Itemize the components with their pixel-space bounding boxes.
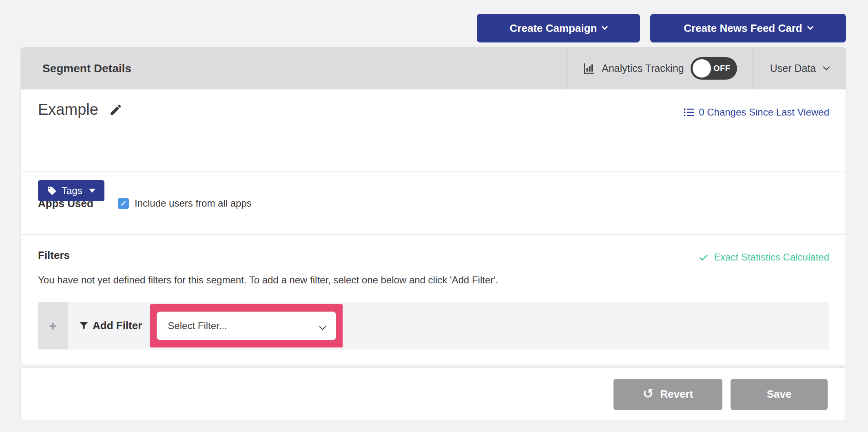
footer-action-bar: ↺ Revert Save	[20, 367, 846, 421]
header-spacer	[131, 47, 567, 89]
toggle-state-label: OFF	[711, 64, 733, 73]
toggle-knob	[693, 59, 711, 78]
user-data-label: User Data	[770, 62, 816, 74]
changes-link-label: 0 Changes Since Last Viewed	[699, 107, 829, 118]
select-filter-placeholder: Select Filter...	[168, 320, 227, 332]
tags-button-label: Tags	[62, 185, 82, 196]
apps-used-section: Apps Used ✓ Include users from all apps	[21, 172, 846, 235]
add-filter-plus-button[interactable]: +	[38, 302, 68, 350]
create-campaign-button[interactable]: Create Campaign	[477, 14, 640, 42]
tag-icon	[47, 186, 57, 196]
checkmark-icon: ✓	[120, 200, 127, 207]
revert-button-label: Revert	[660, 388, 693, 401]
filters-title: Filters	[38, 249, 70, 262]
segment-details-panel: Segment Details Analytics Tracking OFF U…	[20, 47, 846, 366]
select-filter-dropdown[interactable]: Select Filter...	[157, 312, 336, 340]
filter-funnel-icon	[79, 321, 89, 330]
segment-name: Example	[38, 101, 98, 118]
create-news-feed-card-button[interactable]: Create News Feed Card	[650, 14, 846, 42]
page-title: Segment Details	[42, 62, 131, 75]
segment-title-row: Example	[38, 101, 123, 118]
add-filter-row: + Add Filter Select Filter...	[38, 302, 829, 350]
exact-statistics-status: Exact Statistics Calculated	[698, 252, 829, 263]
tags-button[interactable]: Tags	[38, 180, 104, 201]
list-icon	[683, 107, 695, 118]
filters-helper-text: You have not yet defined filters for thi…	[38, 274, 498, 286]
save-button[interactable]: Save	[731, 379, 828, 410]
analytics-tracking-label: Analytics Tracking	[602, 62, 684, 74]
user-data-menu[interactable]: User Data	[753, 47, 846, 89]
analytics-tracking-toggle[interactable]: OFF	[691, 57, 737, 80]
create-campaign-label: Create Campaign	[510, 22, 597, 35]
include-all-apps-checkbox[interactable]: ✓	[118, 198, 129, 209]
edit-pencil-icon[interactable]	[109, 103, 123, 117]
changes-since-last-viewed-link[interactable]: 0 Changes Since Last Viewed	[683, 107, 829, 118]
add-filter-label: Add Filter	[93, 319, 142, 332]
caret-down-icon	[89, 189, 95, 193]
filters-section: Filters Exact Statistics Calculated You …	[21, 235, 846, 366]
plus-icon: +	[49, 319, 57, 332]
exact-statistics-label: Exact Statistics Calculated	[714, 252, 829, 263]
add-filter-label-group: Add Filter	[79, 319, 142, 332]
create-news-feed-label: Create News Feed Card	[684, 22, 802, 35]
save-button-label: Save	[767, 388, 792, 401]
chevron-down-icon	[823, 64, 830, 71]
include-all-apps-label: Include users from all apps	[135, 198, 252, 209]
segment-details-page: Create Campaign Create News Feed Card Se…	[0, 0, 868, 432]
chevron-down-icon	[602, 24, 608, 30]
revert-button[interactable]: ↺ Revert	[613, 379, 722, 410]
undo-icon: ↺	[643, 387, 654, 400]
chevron-down-icon	[320, 320, 325, 332]
bar-chart-icon	[583, 62, 595, 75]
check-icon	[698, 252, 709, 263]
segment-name-section: Example 0 Changes Since Last Viewed Tags	[21, 89, 846, 172]
analytics-tracking-block: Analytics Tracking OFF	[567, 47, 753, 89]
panel-header: Segment Details Analytics Tracking OFF U…	[21, 47, 846, 89]
annotation-highlight-box: Select Filter...	[150, 304, 343, 347]
chevron-down-icon	[807, 24, 813, 30]
